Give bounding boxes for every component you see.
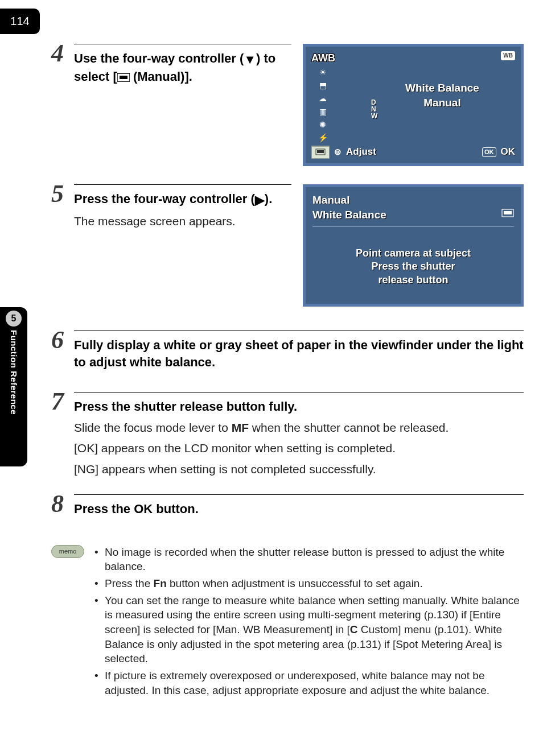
side-chapter-tab: 5 Function Reference xyxy=(0,307,27,466)
text: No image is recorded when the shutter re… xyxy=(105,546,504,573)
camera-screen-wb-menu: WB AWB ☀ ⬒ ☁ ▥ ✺ ⚡ D N W xyxy=(303,44,524,166)
svg-rect-7 xyxy=(504,211,512,214)
fn-button-label: Fn xyxy=(154,577,167,589)
text: Press the shutter xyxy=(306,260,521,273)
step-number: 6 xyxy=(51,329,74,375)
chapter-title: Function Reference xyxy=(8,330,19,415)
memo-item: If picture is extremely overexposed or u… xyxy=(94,668,524,697)
ok-label: OK xyxy=(501,146,516,159)
memo-block: memo No image is recorded when the shutt… xyxy=(51,545,524,700)
step-text: [OK] appears on the LCD monitor when set… xyxy=(74,440,524,456)
wb-fluorescent-icon: ▥ xyxy=(311,106,334,117)
manual-wb-icon xyxy=(315,148,326,156)
step-number: 8 xyxy=(51,493,74,522)
text: release button xyxy=(306,274,521,287)
step-text: [NG] appears when setting is not complet… xyxy=(74,461,524,477)
step-6: 6 Fully display a white or gray sheet of… xyxy=(51,329,524,375)
wb-selected-label: White Balance Manual xyxy=(391,81,493,110)
step-divider xyxy=(74,331,524,331)
down-arrow-icon: ▼ xyxy=(244,51,256,68)
step-5: 5 Press the four-way controller (▶). The… xyxy=(51,183,524,307)
text: ). xyxy=(265,192,272,206)
text: Point camera at subject xyxy=(306,247,521,260)
page-number-tab: 114 xyxy=(0,9,40,34)
wb-option-list: AWB ☀ ⬒ ☁ ▥ ✺ ⚡ xyxy=(311,51,334,158)
step-title: Press the OK button. xyxy=(74,501,524,518)
svg-rect-1 xyxy=(120,76,127,79)
svg-rect-4 xyxy=(317,150,324,153)
wb-awb-option: AWB xyxy=(311,51,334,65)
step-number: 4 xyxy=(51,43,74,166)
step-text: The message screen appears. xyxy=(74,213,291,229)
text: Manual xyxy=(312,193,386,208)
step-body: Use the four-way controller (▼) to selec… xyxy=(74,43,524,166)
text: White Balance xyxy=(391,81,493,96)
ok-button-label: OK xyxy=(134,502,153,516)
step-text: Slide the focus mode lever to MF when th… xyxy=(74,420,524,436)
text: Slide the focus mode lever to xyxy=(74,421,232,434)
step-title: Use the four-way controller (▼) to selec… xyxy=(74,50,291,85)
wb-flash-icon: ⚡ xyxy=(311,133,334,143)
memo-label: memo xyxy=(51,545,84,558)
manual-wb-message: Point camera at subject Press the shutte… xyxy=(306,247,521,287)
text: button. xyxy=(153,502,199,516)
memo-list: No image is recorded when the shutter re… xyxy=(94,545,524,700)
page-content: 4 Use the four-way controller (▼) to sel… xyxy=(51,43,524,700)
chapter-number-badge: 5 xyxy=(6,311,22,327)
step-title: Press the shutter release button fully. xyxy=(74,398,524,415)
text: Press the xyxy=(74,502,134,516)
text: Use the four-way controller ( xyxy=(74,51,244,65)
text: button when adjustment is unsuccessful t… xyxy=(167,577,423,589)
step-title: Press the four-way controller (▶). xyxy=(74,191,291,209)
text: If picture is extremely overexposed or u… xyxy=(105,670,489,696)
right-arrow-icon: ▶ xyxy=(255,192,265,209)
adjust-dial-icon: ⊚ xyxy=(334,146,342,158)
wb-dnw-indicator: D N W xyxy=(371,99,377,119)
memo-item: You can set the range to measure white b… xyxy=(94,593,524,666)
wb-daylight-icon: ☀ xyxy=(311,67,334,78)
adjust-label: Adjust xyxy=(346,146,376,159)
step-divider xyxy=(74,392,524,393)
step-divider xyxy=(74,184,291,185)
text: (Manual)]. xyxy=(130,69,192,84)
step-divider xyxy=(74,494,524,495)
manual-wb-header: Manual White Balance xyxy=(312,193,514,227)
manual-wb-icon xyxy=(501,208,514,218)
step-8: 8 Press the OK button. xyxy=(51,493,524,522)
step-divider xyxy=(74,44,291,44)
text: Press the xyxy=(105,577,154,589)
memo-item: Press the Fn button when adjustment is u… xyxy=(94,576,524,591)
memo-icon: memo xyxy=(51,545,84,563)
camera-screen-manual-wb: Manual White Balance Point camera at sub… xyxy=(303,184,524,307)
ok-badge-icon: OK xyxy=(482,147,496,157)
wb-cloudy-icon: ☁ xyxy=(311,93,334,104)
step-title: Fully display a white or gray sheet of p… xyxy=(74,337,524,370)
page-number: 114 xyxy=(10,14,29,29)
step-7: 7 Press the shutter release button fully… xyxy=(51,391,524,477)
custom-menu-label: C xyxy=(350,623,358,635)
wb-badge-icon: WB xyxy=(501,51,515,60)
wb-tungsten-icon: ✺ xyxy=(311,119,334,130)
wb-bottom-bar: ⊚ Adjust OK OK xyxy=(311,146,515,159)
step-number: 7 xyxy=(51,391,74,477)
chapter-number: 5 xyxy=(11,312,17,325)
wb-manual-icon xyxy=(311,146,330,159)
step-number: 5 xyxy=(51,183,74,307)
memo-item: No image is recorded when the shutter re… xyxy=(94,545,524,574)
step-4: 4 Use the four-way controller (▼) to sel… xyxy=(51,43,524,166)
mf-label: MF xyxy=(232,421,249,434)
text: Press the four-way controller ( xyxy=(74,192,255,206)
manual-wb-icon xyxy=(117,72,130,82)
text: White Balance xyxy=(312,208,386,222)
text: Manual xyxy=(391,96,493,110)
text: when the shutter cannot be released. xyxy=(249,421,449,434)
wb-shade-icon: ⬒ xyxy=(311,80,334,91)
